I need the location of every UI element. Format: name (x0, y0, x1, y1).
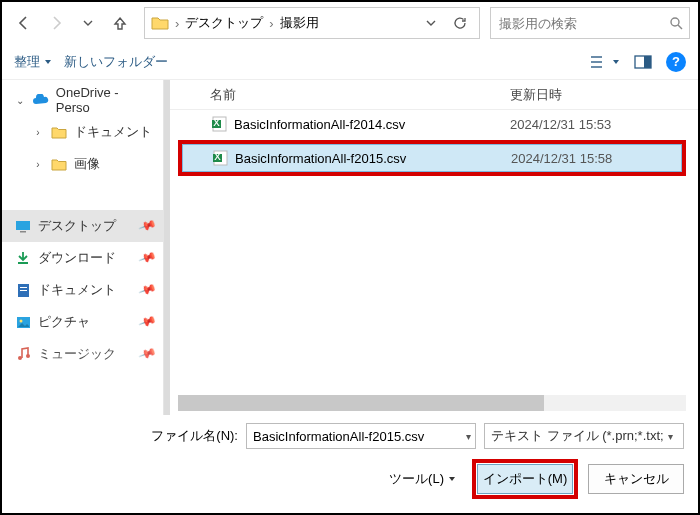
sidebar-quick-music[interactable]: ミュージック 📌 (2, 338, 163, 370)
dropdown-icon[interactable]: ▾ (664, 431, 677, 442)
dialog-footer: ファイル名(N): ▾ テキスト ファイル (*.prn;*.txt;*.csv… (2, 415, 698, 513)
svg-point-15 (26, 354, 30, 358)
file-open-dialog: › デスクトップ › 撮影用 整理 新しいフォ (0, 0, 700, 515)
breadcrumb-separator-icon: › (175, 16, 179, 31)
dropdown-icon[interactable]: ▾ (462, 431, 475, 442)
address-bar[interactable]: › デスクトップ › 撮影用 (144, 7, 480, 39)
sidebar-item-label: ピクチャ (38, 313, 90, 331)
folder-icon (50, 155, 68, 173)
download-icon (14, 249, 32, 267)
breadcrumb-item[interactable]: デスクトップ (185, 14, 263, 32)
folder-icon (50, 123, 68, 141)
pin-icon: 📌 (138, 248, 158, 267)
scrollbar-thumb[interactable] (178, 395, 544, 411)
up-button[interactable] (106, 9, 134, 37)
svg-point-13 (19, 319, 22, 322)
pin-icon: 📌 (138, 344, 158, 363)
sidebar-item-label: ドキュメント (74, 123, 152, 141)
svg-text:x: x (213, 116, 220, 129)
sidebar-item-label: ドキュメント (38, 281, 116, 299)
help-button[interactable]: ? (666, 52, 686, 72)
document-icon (14, 281, 32, 299)
breadcrumb-item[interactable]: 撮影用 (280, 14, 319, 32)
filename-label: ファイル名(N): (151, 427, 238, 445)
excel-file-icon: x (210, 115, 228, 133)
cancel-button[interactable]: キャンセル (588, 464, 684, 494)
main-area: ⌄ OneDrive - Perso › ドキュメント › 画像 デスクトップ (2, 80, 698, 415)
pictures-icon (14, 313, 32, 331)
tools-label: ツール(L) (389, 470, 444, 488)
sidebar-quick-documents[interactable]: ドキュメント 📌 (2, 274, 163, 306)
chevron-down-icon: ⌄ (14, 95, 26, 106)
search-icon (669, 16, 683, 30)
svg-rect-6 (644, 56, 651, 68)
cancel-label: キャンセル (604, 470, 669, 488)
search-input[interactable] (497, 15, 669, 32)
svg-rect-10 (20, 287, 27, 288)
sidebar-quick-pictures[interactable]: ピクチャ 📌 (2, 306, 163, 338)
desktop-icon (14, 217, 32, 235)
file-row[interactable]: x BasicInformationAll-f2015.csv 2024/12/… (182, 144, 682, 172)
breadcrumb-separator-icon: › (269, 16, 273, 31)
import-label: インポート(M) (483, 470, 568, 488)
pin-icon: 📌 (138, 312, 158, 331)
filename-input[interactable] (247, 424, 462, 448)
file-name: BasicInformationAll-f2015.csv (235, 151, 406, 166)
file-list-area: 名前 更新日時 x BasicInformationAll-f2014.csv … (170, 80, 698, 415)
filename-combo[interactable]: ▾ (246, 423, 476, 449)
file-date: 2024/12/31 15:58 (511, 151, 681, 166)
svg-rect-7 (16, 221, 30, 230)
organize-menu[interactable]: 整理 (14, 53, 52, 71)
new-folder-label: 新しいフォルダー (64, 53, 168, 71)
svg-rect-11 (20, 290, 27, 291)
file-name: BasicInformationAll-f2014.csv (234, 117, 405, 132)
sidebar-folder-documents[interactable]: › ドキュメント (2, 116, 163, 148)
pin-icon: 📌 (138, 280, 158, 299)
horizontal-scrollbar[interactable] (178, 395, 686, 411)
column-header-name[interactable]: 名前 (210, 86, 510, 104)
file-row[interactable]: x BasicInformationAll-f2014.csv 2024/12/… (170, 110, 698, 138)
svg-point-0 (671, 18, 679, 26)
annotation-highlight: インポート(M) (472, 459, 578, 499)
sidebar-item-label: OneDrive - Perso (56, 85, 155, 115)
view-menu[interactable] (590, 55, 620, 69)
new-folder-button[interactable]: 新しいフォルダー (64, 53, 168, 71)
organize-label: 整理 (14, 53, 40, 71)
chevron-right-icon: › (32, 127, 44, 138)
navigation-bar: › デスクトップ › 撮影用 (2, 2, 698, 44)
sidebar-item-label: ダウンロード (38, 249, 116, 267)
toolbar: 整理 新しいフォルダー ? (2, 44, 698, 80)
excel-file-icon: x (211, 149, 229, 167)
tools-menu[interactable]: ツール(L) (389, 470, 456, 488)
import-button[interactable]: インポート(M) (477, 464, 573, 494)
sidebar-quick-desktop[interactable]: デスクトップ 📌 (2, 210, 163, 242)
forward-button[interactable] (42, 9, 70, 37)
file-list-header: 名前 更新日時 (170, 80, 698, 110)
chevron-right-icon: › (32, 159, 44, 170)
back-button[interactable] (10, 9, 38, 37)
svg-text:x: x (214, 150, 221, 163)
folder-icon (151, 14, 169, 32)
recent-locations-button[interactable] (74, 9, 102, 37)
sidebar-item-label: 画像 (74, 155, 100, 173)
sidebar-onedrive[interactable]: ⌄ OneDrive - Perso (2, 84, 163, 116)
address-dropdown-button[interactable] (421, 17, 441, 29)
sidebar-item-label: デスクトップ (38, 217, 116, 235)
sidebar-quick-downloads[interactable]: ダウンロード 📌 (2, 242, 163, 274)
onedrive-icon (32, 91, 50, 109)
file-date: 2024/12/31 15:53 (510, 117, 698, 132)
sidebar-item-label: ミュージック (38, 345, 116, 363)
column-header-date[interactable]: 更新日時 (510, 86, 698, 104)
svg-rect-8 (20, 231, 26, 233)
search-box[interactable] (490, 7, 690, 39)
filetype-filter-combo[interactable]: テキスト ファイル (*.prn;*.txt;*.csv) ▾ (484, 423, 684, 449)
annotation-highlight: x BasicInformationAll-f2015.csv 2024/12/… (178, 140, 686, 176)
navigation-pane: ⌄ OneDrive - Perso › ドキュメント › 画像 デスクトップ (2, 80, 164, 415)
pin-icon: 📌 (138, 216, 158, 235)
filter-label: テキスト ファイル (*.prn;*.txt;*.csv) (491, 427, 664, 445)
music-icon (14, 345, 32, 363)
refresh-button[interactable] (447, 16, 473, 30)
svg-line-1 (678, 25, 682, 29)
sidebar-folder-images[interactable]: › 画像 (2, 148, 163, 180)
preview-pane-button[interactable] (634, 55, 652, 69)
